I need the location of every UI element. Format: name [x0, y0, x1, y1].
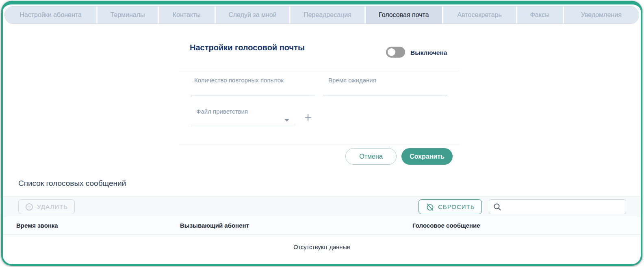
- wait-time-label: Время ожидания: [328, 77, 376, 84]
- retry-attempts-input[interactable]: [191, 95, 315, 95]
- tab-auto-attendant[interactable]: Автосекретарь: [443, 6, 517, 24]
- empty-table-message: Отсутствуют данные: [3, 244, 641, 250]
- voice-messages-title: Список голосовых сообщений: [18, 179, 126, 188]
- tab-follow-me[interactable]: Следуй за мной: [216, 6, 291, 24]
- table-header-row: Время звонка Вызывающий абонент Голосово…: [3, 216, 641, 235]
- delete-button-label: УДАЛИТЬ: [37, 203, 68, 210]
- save-button[interactable]: Сохранить: [401, 148, 453, 165]
- filter-off-icon: [425, 202, 434, 211]
- greeting-file-select[interactable]: [191, 114, 295, 126]
- retry-attempts-label: Количество повторных попыток: [194, 77, 284, 84]
- voice-messages-toolbar: УДАЛИТЬ СБРОСИТЬ: [3, 196, 641, 216]
- search-icon: [493, 203, 501, 211]
- reset-filter-button[interactable]: СБРОСИТЬ: [418, 199, 482, 214]
- form-divider-top: [179, 71, 459, 71]
- chevron-down-icon: [284, 119, 289, 122]
- wait-time-input[interactable]: [323, 95, 447, 95]
- column-header-voice-message: Голосовое сообщение: [412, 222, 480, 229]
- toggle-knob: [388, 48, 395, 56]
- voicemail-settings-title: Настройки голосовой почты: [190, 43, 305, 52]
- toggle-status-label: Выключена: [410, 49, 447, 56]
- subscriber-card: Настройки абонента Терминалы Контакты Сл…: [1, 1, 642, 266]
- tab-contacts[interactable]: Контакты: [159, 6, 216, 24]
- voicemail-enabled-toggle[interactable]: [386, 47, 405, 58]
- cancel-button[interactable]: Отмена: [345, 148, 397, 165]
- search-input[interactable]: [505, 201, 622, 213]
- tab-forwarding[interactable]: Переадресация: [291, 6, 365, 24]
- tab-subscriber-settings[interactable]: Настройки абонента: [5, 6, 98, 24]
- delete-button[interactable]: УДАЛИТЬ: [18, 199, 75, 214]
- tab-bar: Настройки абонента Терминалы Контакты Сл…: [4, 6, 639, 24]
- form-divider-bottom: [179, 144, 459, 144]
- tab-notifications[interactable]: Уведомления: [564, 6, 639, 24]
- tab-faxes[interactable]: Факсы: [517, 6, 564, 24]
- add-greeting-file-button[interactable]: +: [301, 111, 315, 125]
- minus-circle-icon: [25, 203, 33, 211]
- tab-voicemail[interactable]: Голосовая почта: [366, 6, 443, 24]
- column-header-caller: Вызывающий абонент: [180, 222, 249, 229]
- tab-terminals[interactable]: Терминалы: [98, 6, 159, 24]
- reset-button-label: СБРОСИТЬ: [438, 203, 475, 210]
- search-box: [489, 199, 626, 214]
- column-header-call-time: Время звонка: [16, 222, 58, 229]
